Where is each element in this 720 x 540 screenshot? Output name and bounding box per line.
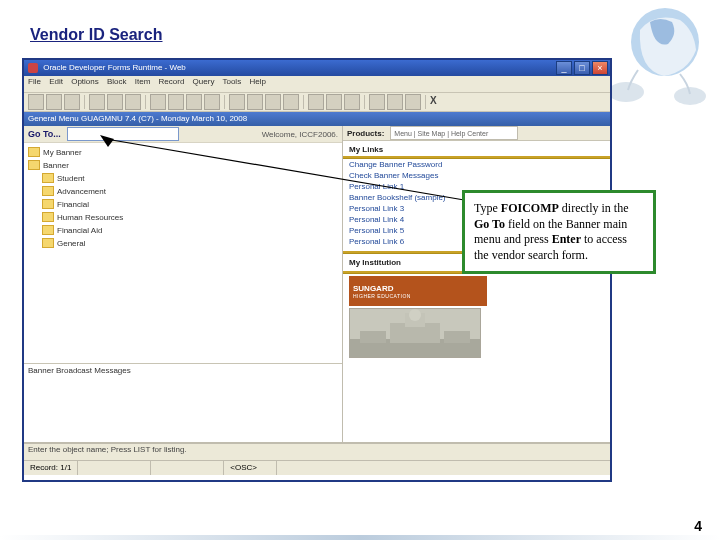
tree-node-banner[interactable]: Banner	[28, 159, 338, 171]
slide-title: Vendor ID Search	[30, 26, 163, 44]
toolbar-button[interactable]	[283, 94, 299, 110]
status-line-1: Enter the object name; Press LIST for li…	[24, 443, 610, 460]
products-row: Products: Menu | Site Map | Help Center	[343, 126, 610, 141]
instruction-callout: Type FOICOMP directly in the Go To field…	[462, 190, 656, 274]
sungard-logo: SUNGARD HIGHER EDUCATION	[349, 276, 487, 306]
toolbar-button[interactable]	[107, 94, 123, 110]
toolbar-button[interactable]	[204, 94, 220, 110]
menu-edit[interactable]: Edit	[49, 77, 63, 86]
menu-item[interactable]: Item	[135, 77, 151, 86]
menu-record[interactable]: Record	[159, 77, 185, 86]
close-button[interactable]: ×	[592, 61, 608, 75]
folder-icon	[42, 238, 54, 248]
svg-point-6	[409, 309, 421, 321]
toolbar-button[interactable]	[247, 94, 263, 110]
status-cell	[277, 461, 610, 475]
svg-point-2	[674, 87, 706, 105]
tree-node-student[interactable]: Student	[42, 172, 338, 184]
toolbar-close-x[interactable]: X	[430, 95, 444, 109]
folder-icon	[28, 147, 40, 157]
status-cell	[78, 461, 151, 475]
toolbar-button[interactable]	[168, 94, 184, 110]
menu-tools[interactable]: Tools	[222, 77, 241, 86]
toolbar-button[interactable]	[229, 94, 245, 110]
page-number: 4	[694, 518, 702, 534]
status-line-2: Record: 1/1 <OSC>	[24, 460, 610, 475]
left-column: Go To... Welcome, ICCF2006. My Banner Ba…	[24, 126, 343, 442]
welcome-text: Welcome, ICCF2006.	[262, 130, 338, 139]
folder-icon	[42, 225, 54, 235]
minimize-button[interactable]: _	[556, 61, 572, 75]
toolbar-button[interactable]	[326, 94, 342, 110]
nav-tree: My Banner Banner Student Advancement Fin…	[24, 143, 342, 253]
toolbar-button[interactable]	[405, 94, 421, 110]
toolbar: X	[24, 93, 610, 112]
tree-blank-area	[24, 253, 342, 363]
toolbar-separator	[145, 95, 146, 109]
tree-node-hr[interactable]: Human Resources	[42, 211, 338, 223]
broadcast-header: Banner Broadcast Messages	[24, 363, 342, 380]
svg-point-1	[608, 82, 644, 102]
toolbar-button[interactable]	[46, 94, 62, 110]
link-check-messages[interactable]: Check Banner Messages	[343, 170, 610, 181]
svg-rect-8	[444, 331, 470, 343]
tree-node-finaid[interactable]: Financial Aid	[42, 224, 338, 236]
products-box[interactable]: Menu | Site Map | Help Center	[390, 126, 518, 140]
toolbar-button[interactable]	[28, 94, 44, 110]
folder-icon	[42, 186, 54, 196]
toolbar-button[interactable]	[186, 94, 202, 110]
tree-node-advancement[interactable]: Advancement	[42, 185, 338, 197]
menu-bar: File Edit Options Block Item Record Quer…	[24, 76, 610, 93]
goto-row: Go To... Welcome, ICCF2006.	[24, 126, 342, 143]
toolbar-separator	[224, 95, 225, 109]
folder-icon	[42, 199, 54, 209]
toolbar-button[interactable]	[308, 94, 324, 110]
goto-label: Go To...	[28, 129, 61, 139]
main-area: Go To... Welcome, ICCF2006. My Banner Ba…	[24, 126, 610, 443]
toolbar-button[interactable]	[265, 94, 281, 110]
toolbar-separator	[303, 95, 304, 109]
tree-node-general[interactable]: General	[42, 237, 338, 249]
toolbar-button[interactable]	[387, 94, 403, 110]
menu-help[interactable]: Help	[249, 77, 265, 86]
svg-rect-7	[360, 331, 386, 343]
folder-icon	[42, 212, 54, 222]
my-links-header: My Links	[343, 141, 610, 156]
status-cell	[151, 461, 224, 475]
toolbar-separator	[364, 95, 365, 109]
broadcast-body	[24, 380, 342, 410]
toolbar-button[interactable]	[64, 94, 80, 110]
goto-input[interactable]	[67, 127, 179, 141]
tree-node-mybanner[interactable]: My Banner	[28, 146, 338, 158]
folder-icon	[28, 160, 40, 170]
record-indicator: Record: 1/1	[24, 461, 78, 475]
toolbar-button[interactable]	[150, 94, 166, 110]
folder-icon	[42, 173, 54, 183]
products-label: Products:	[347, 129, 384, 138]
menu-query[interactable]: Query	[193, 77, 215, 86]
toolbar-separator	[84, 95, 85, 109]
maximize-button[interactable]: □	[574, 61, 590, 75]
context-bar: General Menu GUAGMNU 7.4 (C7) - Monday M…	[24, 112, 610, 126]
tree-node-financial[interactable]: Financial	[42, 198, 338, 210]
toolbar-button[interactable]	[369, 94, 385, 110]
toolbar-button[interactable]	[344, 94, 360, 110]
app-icon	[28, 63, 38, 73]
menu-file[interactable]: File	[28, 77, 41, 86]
toolbar-separator	[425, 95, 426, 109]
right-column: Products: Menu | Site Map | Help Center …	[343, 126, 610, 442]
status-cell: <OSC>	[224, 461, 277, 475]
menu-options[interactable]: Options	[71, 77, 99, 86]
window-titlebar: Oracle Developer Forms Runtime - Web _ □…	[24, 60, 610, 76]
link-change-password[interactable]: Change Banner Password	[343, 159, 610, 170]
institution-image	[349, 308, 481, 358]
toolbar-button[interactable]	[125, 94, 141, 110]
menu-block[interactable]: Block	[107, 77, 127, 86]
bottom-accent	[0, 535, 720, 540]
window-title-text: Oracle Developer Forms Runtime - Web	[43, 63, 186, 72]
toolbar-button[interactable]	[89, 94, 105, 110]
